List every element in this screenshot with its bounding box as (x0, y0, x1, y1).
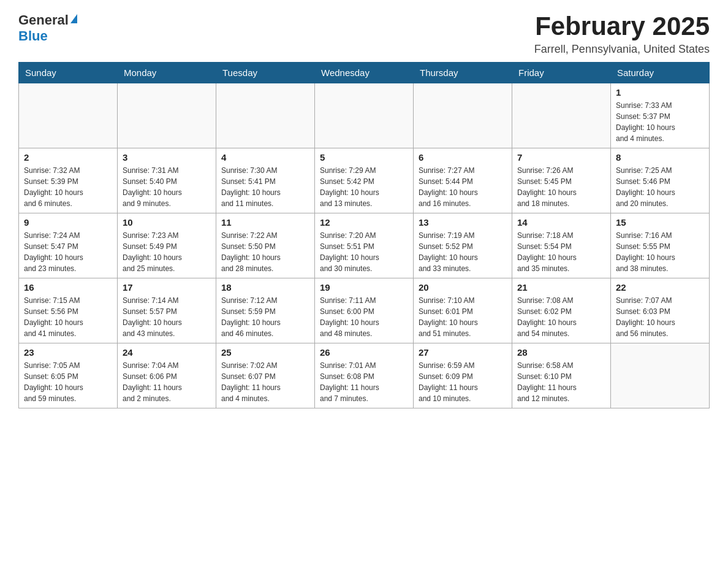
day-number: 6 (419, 152, 507, 163)
day-info: Sunrise: 7:25 AMSunset: 5:46 PMDaylight:… (616, 165, 704, 209)
day-info: Sunrise: 6:58 AMSunset: 6:10 PMDaylight:… (517, 360, 605, 404)
calendar-cell: 6Sunrise: 7:27 AMSunset: 5:44 PMDaylight… (414, 148, 512, 213)
day-number: 3 (123, 152, 211, 163)
calendar-cell: 11Sunrise: 7:22 AMSunset: 5:50 PMDayligh… (216, 213, 315, 278)
day-info: Sunrise: 7:23 AMSunset: 5:49 PMDaylight:… (123, 230, 211, 274)
calendar-cell (216, 83, 315, 148)
calendar-cell: 24Sunrise: 7:04 AMSunset: 6:06 PMDayligh… (118, 343, 216, 408)
day-number: 9 (24, 217, 112, 228)
day-info: Sunrise: 7:32 AMSunset: 5:39 PMDaylight:… (24, 165, 112, 209)
calendar-header-saturday: Saturday (611, 63, 710, 83)
calendar-cell (414, 83, 512, 148)
day-number: 14 (517, 217, 605, 228)
calendar-cell: 23Sunrise: 7:05 AMSunset: 6:05 PMDayligh… (19, 343, 118, 408)
day-number: 22 (616, 282, 704, 293)
calendar-cell: 18Sunrise: 7:12 AMSunset: 5:59 PMDayligh… (216, 278, 315, 343)
day-info: Sunrise: 7:20 AMSunset: 5:51 PMDaylight:… (320, 230, 408, 274)
calendar-cell: 14Sunrise: 7:18 AMSunset: 5:54 PMDayligh… (512, 213, 611, 278)
day-info: Sunrise: 7:04 AMSunset: 6:06 PMDaylight:… (123, 360, 211, 404)
calendar-cell: 7Sunrise: 7:26 AMSunset: 5:45 PMDaylight… (512, 148, 611, 213)
day-info: Sunrise: 7:16 AMSunset: 5:55 PMDaylight:… (616, 230, 704, 274)
day-info: Sunrise: 7:01 AMSunset: 6:08 PMDaylight:… (320, 360, 408, 404)
calendar-cell: 17Sunrise: 7:14 AMSunset: 5:57 PMDayligh… (118, 278, 216, 343)
calendar-cell: 8Sunrise: 7:25 AMSunset: 5:46 PMDaylight… (611, 148, 710, 213)
logo: General Blue (18, 12, 77, 44)
day-number: 10 (123, 217, 211, 228)
calendar-cell (19, 83, 118, 148)
day-info: Sunrise: 6:59 AMSunset: 6:09 PMDaylight:… (419, 360, 507, 404)
day-number: 2 (24, 152, 112, 163)
day-number: 12 (320, 217, 408, 228)
day-info: Sunrise: 7:26 AMSunset: 5:45 PMDaylight:… (517, 165, 605, 209)
calendar-cell (611, 343, 710, 408)
day-info: Sunrise: 7:27 AMSunset: 5:44 PMDaylight:… (419, 165, 507, 209)
calendar-header-monday: Monday (118, 63, 216, 83)
day-info: Sunrise: 7:10 AMSunset: 6:01 PMDaylight:… (419, 295, 507, 339)
logo-general-text: General (18, 12, 69, 28)
calendar-week-row: 2Sunrise: 7:32 AMSunset: 5:39 PMDaylight… (19, 148, 710, 213)
day-number: 17 (123, 282, 211, 293)
calendar-cell: 3Sunrise: 7:31 AMSunset: 5:40 PMDaylight… (118, 148, 216, 213)
calendar-header-wednesday: Wednesday (315, 63, 414, 83)
title-block: February 2025 Farrell, Pennsylvania, Uni… (534, 12, 710, 56)
calendar-cell: 2Sunrise: 7:32 AMSunset: 5:39 PMDaylight… (19, 148, 118, 213)
day-number: 1 (616, 87, 704, 98)
calendar-week-row: 16Sunrise: 7:15 AMSunset: 5:56 PMDayligh… (19, 278, 710, 343)
calendar-cell: 9Sunrise: 7:24 AMSunset: 5:47 PMDaylight… (19, 213, 118, 278)
calendar-header-sunday: Sunday (19, 63, 118, 83)
day-info: Sunrise: 7:24 AMSunset: 5:47 PMDaylight:… (24, 230, 112, 274)
day-info: Sunrise: 7:11 AMSunset: 6:00 PMDaylight:… (320, 295, 408, 339)
calendar-cell (315, 83, 414, 148)
day-info: Sunrise: 7:19 AMSunset: 5:52 PMDaylight:… (419, 230, 507, 274)
calendar-cell: 19Sunrise: 7:11 AMSunset: 6:00 PMDayligh… (315, 278, 414, 343)
day-number: 23 (24, 347, 112, 358)
day-info: Sunrise: 7:05 AMSunset: 6:05 PMDaylight:… (24, 360, 112, 404)
calendar-cell: 13Sunrise: 7:19 AMSunset: 5:52 PMDayligh… (414, 213, 512, 278)
calendar-cell: 15Sunrise: 7:16 AMSunset: 5:55 PMDayligh… (611, 213, 710, 278)
calendar-table: SundayMondayTuesdayWednesdayThursdayFrid… (18, 62, 710, 408)
day-info: Sunrise: 7:02 AMSunset: 6:07 PMDaylight:… (221, 360, 309, 404)
calendar-cell (118, 83, 216, 148)
day-info: Sunrise: 7:07 AMSunset: 6:03 PMDaylight:… (616, 295, 704, 339)
page-header: General Blue February 2025 Farrell, Penn… (18, 12, 710, 56)
day-number: 25 (221, 347, 309, 358)
calendar-header-tuesday: Tuesday (216, 63, 315, 83)
day-info: Sunrise: 7:12 AMSunset: 5:59 PMDaylight:… (221, 295, 309, 339)
calendar-cell: 12Sunrise: 7:20 AMSunset: 5:51 PMDayligh… (315, 213, 414, 278)
calendar-cell: 1Sunrise: 7:33 AMSunset: 5:37 PMDaylight… (611, 83, 710, 148)
calendar-header-friday: Friday (512, 63, 611, 83)
calendar-cell: 10Sunrise: 7:23 AMSunset: 5:49 PMDayligh… (118, 213, 216, 278)
calendar-title: February 2025 (534, 12, 710, 40)
day-number: 19 (320, 282, 408, 293)
calendar-cell: 25Sunrise: 7:02 AMSunset: 6:07 PMDayligh… (216, 343, 315, 408)
day-number: 27 (419, 347, 507, 358)
day-info: Sunrise: 7:14 AMSunset: 5:57 PMDaylight:… (123, 295, 211, 339)
calendar-cell: 22Sunrise: 7:07 AMSunset: 6:03 PMDayligh… (611, 278, 710, 343)
day-info: Sunrise: 7:22 AMSunset: 5:50 PMDaylight:… (221, 230, 309, 274)
day-number: 11 (221, 217, 309, 228)
logo-triangle-icon (70, 14, 77, 23)
calendar-header-thursday: Thursday (414, 63, 512, 83)
calendar-week-row: 23Sunrise: 7:05 AMSunset: 6:05 PMDayligh… (19, 343, 710, 408)
calendar-cell: 21Sunrise: 7:08 AMSunset: 6:02 PMDayligh… (512, 278, 611, 343)
day-info: Sunrise: 7:33 AMSunset: 5:37 PMDaylight:… (616, 100, 704, 144)
day-number: 7 (517, 152, 605, 163)
calendar-cell: 26Sunrise: 7:01 AMSunset: 6:08 PMDayligh… (315, 343, 414, 408)
calendar-cell: 27Sunrise: 6:59 AMSunset: 6:09 PMDayligh… (414, 343, 512, 408)
day-number: 20 (419, 282, 507, 293)
day-info: Sunrise: 7:30 AMSunset: 5:41 PMDaylight:… (221, 165, 309, 209)
logo-blue-text: Blue (18, 28, 48, 44)
day-number: 28 (517, 347, 605, 358)
calendar-cell: 28Sunrise: 6:58 AMSunset: 6:10 PMDayligh… (512, 343, 611, 408)
calendar-cell: 16Sunrise: 7:15 AMSunset: 5:56 PMDayligh… (19, 278, 118, 343)
day-number: 24 (123, 347, 211, 358)
day-info: Sunrise: 7:31 AMSunset: 5:40 PMDaylight:… (123, 165, 211, 209)
day-info: Sunrise: 7:18 AMSunset: 5:54 PMDaylight:… (517, 230, 605, 274)
day-number: 8 (616, 152, 704, 163)
calendar-week-row: 1Sunrise: 7:33 AMSunset: 5:37 PMDaylight… (19, 83, 710, 148)
day-number: 21 (517, 282, 605, 293)
day-info: Sunrise: 7:08 AMSunset: 6:02 PMDaylight:… (517, 295, 605, 339)
day-number: 18 (221, 282, 309, 293)
day-number: 5 (320, 152, 408, 163)
calendar-week-row: 9Sunrise: 7:24 AMSunset: 5:47 PMDaylight… (19, 213, 710, 278)
